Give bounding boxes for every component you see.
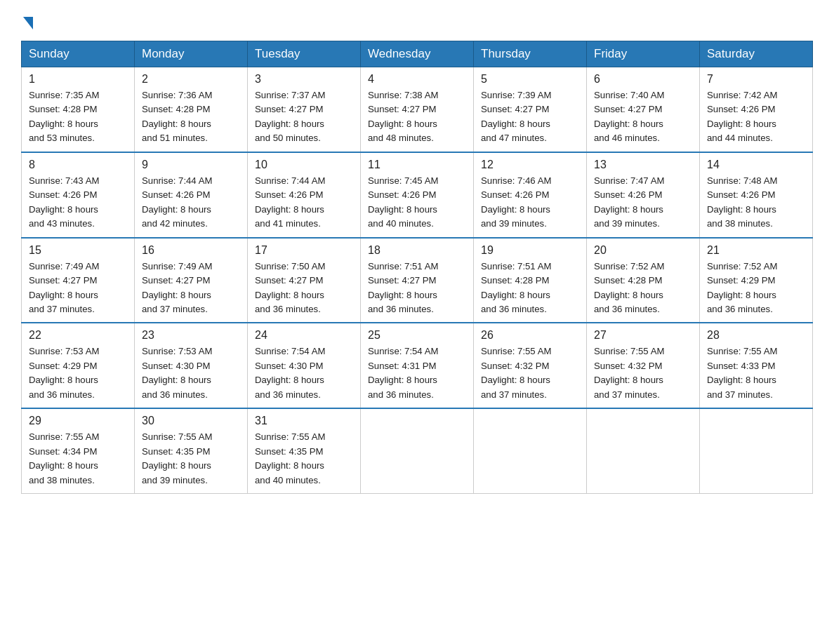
- calendar-cell: 28 Sunrise: 7:55 AM Sunset: 4:33 PM Dayl…: [700, 323, 813, 408]
- calendar-cell: 20 Sunrise: 7:52 AM Sunset: 4:28 PM Dayl…: [587, 238, 700, 323]
- logo: [21, 14, 33, 27]
- calendar-cell: 24 Sunrise: 7:54 AM Sunset: 4:30 PM Dayl…: [248, 323, 361, 408]
- calendar-cell: 21 Sunrise: 7:52 AM Sunset: 4:29 PM Dayl…: [700, 238, 813, 323]
- day-info: Sunrise: 7:39 AM Sunset: 4:27 PM Dayligh…: [481, 88, 579, 146]
- day-number: 22: [29, 329, 127, 342]
- day-number: 11: [368, 159, 466, 171]
- day-number: 12: [481, 159, 579, 171]
- day-info: Sunrise: 7:35 AM Sunset: 4:28 PM Dayligh…: [29, 88, 127, 146]
- calendar-cell: 9 Sunrise: 7:44 AM Sunset: 4:26 PM Dayli…: [135, 152, 248, 238]
- page-header: [21, 14, 813, 27]
- calendar-header-thursday: Thursday: [474, 41, 587, 67]
- day-number: 9: [142, 159, 240, 171]
- calendar-cell: 4 Sunrise: 7:38 AM Sunset: 4:27 PM Dayli…: [361, 67, 474, 152]
- calendar-cell: 27 Sunrise: 7:55 AM Sunset: 4:32 PM Dayl…: [587, 323, 700, 408]
- calendar-cell: 10 Sunrise: 7:44 AM Sunset: 4:26 PM Dayl…: [248, 152, 361, 238]
- calendar-cell: 2 Sunrise: 7:36 AM Sunset: 4:28 PM Dayli…: [135, 67, 248, 152]
- day-number: 6: [594, 73, 692, 86]
- calendar-cell: [587, 408, 700, 493]
- calendar-cell: [700, 408, 813, 493]
- calendar-cell: 23 Sunrise: 7:53 AM Sunset: 4:30 PM Dayl…: [135, 323, 248, 408]
- calendar-week-row: 22 Sunrise: 7:53 AM Sunset: 4:29 PM Dayl…: [22, 323, 813, 408]
- calendar-cell: 15 Sunrise: 7:49 AM Sunset: 4:27 PM Dayl…: [22, 238, 135, 323]
- day-number: 28: [707, 329, 805, 342]
- day-info: Sunrise: 7:55 AM Sunset: 4:34 PM Dayligh…: [29, 430, 127, 488]
- day-number: 8: [29, 159, 127, 171]
- day-info: Sunrise: 7:51 AM Sunset: 4:28 PM Dayligh…: [481, 260, 579, 317]
- calendar-cell: 29 Sunrise: 7:55 AM Sunset: 4:34 PM Dayl…: [22, 408, 135, 493]
- calendar-cell: 30 Sunrise: 7:55 AM Sunset: 4:35 PM Dayl…: [135, 408, 248, 493]
- day-number: 31: [255, 415, 353, 427]
- day-number: 3: [255, 73, 353, 86]
- calendar-cell: 18 Sunrise: 7:51 AM Sunset: 4:27 PM Dayl…: [361, 238, 474, 323]
- day-info: Sunrise: 7:48 AM Sunset: 4:26 PM Dayligh…: [707, 174, 805, 232]
- day-info: Sunrise: 7:47 AM Sunset: 4:26 PM Dayligh…: [594, 174, 692, 232]
- day-number: 23: [142, 329, 240, 342]
- day-info: Sunrise: 7:53 AM Sunset: 4:30 PM Dayligh…: [142, 344, 240, 402]
- day-number: 13: [594, 159, 692, 171]
- day-number: 1: [29, 73, 127, 86]
- day-info: Sunrise: 7:38 AM Sunset: 4:27 PM Dayligh…: [368, 88, 466, 146]
- day-info: Sunrise: 7:55 AM Sunset: 4:32 PM Dayligh…: [594, 344, 692, 402]
- calendar-cell: 13 Sunrise: 7:47 AM Sunset: 4:26 PM Dayl…: [587, 152, 700, 238]
- calendar-header-monday: Monday: [135, 41, 248, 67]
- day-info: Sunrise: 7:40 AM Sunset: 4:27 PM Dayligh…: [594, 88, 692, 146]
- day-info: Sunrise: 7:55 AM Sunset: 4:33 PM Dayligh…: [707, 344, 805, 402]
- day-number: 7: [707, 73, 805, 86]
- calendar-cell: 12 Sunrise: 7:46 AM Sunset: 4:26 PM Dayl…: [474, 152, 587, 238]
- day-number: 18: [368, 244, 466, 257]
- calendar-cell: 22 Sunrise: 7:53 AM Sunset: 4:29 PM Dayl…: [22, 323, 135, 408]
- day-info: Sunrise: 7:55 AM Sunset: 4:32 PM Dayligh…: [481, 344, 579, 402]
- day-number: 4: [368, 73, 466, 86]
- calendar-cell: 26 Sunrise: 7:55 AM Sunset: 4:32 PM Dayl…: [474, 323, 587, 408]
- day-number: 10: [255, 159, 353, 171]
- day-info: Sunrise: 7:50 AM Sunset: 4:27 PM Dayligh…: [255, 260, 353, 317]
- calendar-cell: 8 Sunrise: 7:43 AM Sunset: 4:26 PM Dayli…: [22, 152, 135, 238]
- day-info: Sunrise: 7:49 AM Sunset: 4:27 PM Dayligh…: [29, 260, 127, 317]
- day-number: 29: [29, 415, 127, 427]
- day-info: Sunrise: 7:46 AM Sunset: 4:26 PM Dayligh…: [481, 174, 579, 232]
- day-number: 30: [142, 415, 240, 427]
- calendar-header-friday: Friday: [587, 41, 700, 67]
- calendar-cell: 7 Sunrise: 7:42 AM Sunset: 4:26 PM Dayli…: [700, 67, 813, 152]
- calendar-cell: [361, 408, 474, 493]
- calendar-cell: 6 Sunrise: 7:40 AM Sunset: 4:27 PM Dayli…: [587, 67, 700, 152]
- day-info: Sunrise: 7:43 AM Sunset: 4:26 PM Dayligh…: [29, 174, 127, 232]
- day-info: Sunrise: 7:52 AM Sunset: 4:28 PM Dayligh…: [594, 260, 692, 317]
- day-number: 16: [142, 244, 240, 257]
- calendar-cell: 16 Sunrise: 7:49 AM Sunset: 4:27 PM Dayl…: [135, 238, 248, 323]
- day-info: Sunrise: 7:54 AM Sunset: 4:31 PM Dayligh…: [368, 344, 466, 402]
- calendar-week-row: 1 Sunrise: 7:35 AM Sunset: 4:28 PM Dayli…: [22, 67, 813, 152]
- calendar-cell: 3 Sunrise: 7:37 AM Sunset: 4:27 PM Dayli…: [248, 67, 361, 152]
- calendar-cell: 1 Sunrise: 7:35 AM Sunset: 4:28 PM Dayli…: [22, 67, 135, 152]
- calendar-week-row: 8 Sunrise: 7:43 AM Sunset: 4:26 PM Dayli…: [22, 152, 813, 238]
- day-info: Sunrise: 7:55 AM Sunset: 4:35 PM Dayligh…: [142, 430, 240, 488]
- day-number: 21: [707, 244, 805, 257]
- calendar-cell: 14 Sunrise: 7:48 AM Sunset: 4:26 PM Dayl…: [700, 152, 813, 238]
- day-info: Sunrise: 7:36 AM Sunset: 4:28 PM Dayligh…: [142, 88, 240, 146]
- day-info: Sunrise: 7:49 AM Sunset: 4:27 PM Dayligh…: [142, 260, 240, 317]
- day-info: Sunrise: 7:54 AM Sunset: 4:30 PM Dayligh…: [255, 344, 353, 402]
- calendar-table: SundayMondayTuesdayWednesdayThursdayFrid…: [21, 41, 813, 494]
- calendar-cell: 31 Sunrise: 7:55 AM Sunset: 4:35 PM Dayl…: [248, 408, 361, 493]
- day-info: Sunrise: 7:52 AM Sunset: 4:29 PM Dayligh…: [707, 260, 805, 317]
- day-number: 25: [368, 329, 466, 342]
- day-info: Sunrise: 7:44 AM Sunset: 4:26 PM Dayligh…: [142, 174, 240, 232]
- day-number: 24: [255, 329, 353, 342]
- day-number: 19: [481, 244, 579, 257]
- day-info: Sunrise: 7:44 AM Sunset: 4:26 PM Dayligh…: [255, 174, 353, 232]
- calendar-cell: 5 Sunrise: 7:39 AM Sunset: 4:27 PM Dayli…: [474, 67, 587, 152]
- calendar-cell: 25 Sunrise: 7:54 AM Sunset: 4:31 PM Dayl…: [361, 323, 474, 408]
- day-number: 15: [29, 244, 127, 257]
- calendar-header-saturday: Saturday: [700, 41, 813, 67]
- day-number: 2: [142, 73, 240, 86]
- calendar-week-row: 15 Sunrise: 7:49 AM Sunset: 4:27 PM Dayl…: [22, 238, 813, 323]
- calendar-cell: [474, 408, 587, 493]
- day-number: 27: [594, 329, 692, 342]
- calendar-cell: 17 Sunrise: 7:50 AM Sunset: 4:27 PM Dayl…: [248, 238, 361, 323]
- day-info: Sunrise: 7:37 AM Sunset: 4:27 PM Dayligh…: [255, 88, 353, 146]
- calendar-header-row: SundayMondayTuesdayWednesdayThursdayFrid…: [22, 41, 813, 67]
- day-number: 20: [594, 244, 692, 257]
- day-info: Sunrise: 7:42 AM Sunset: 4:26 PM Dayligh…: [707, 88, 805, 146]
- calendar-header-wednesday: Wednesday: [361, 41, 474, 67]
